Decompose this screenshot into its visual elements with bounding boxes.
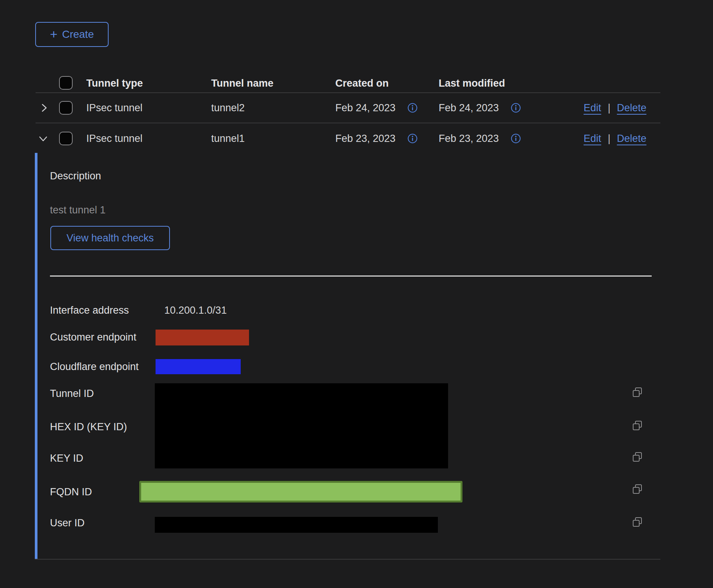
tunnel-type-cell: IPsec tunnel (86, 101, 143, 114)
select-all-checkbox[interactable] (59, 76, 73, 90)
field-label-interface-address: Interface address (50, 304, 129, 317)
field-label-tunnel-id: Tunnel ID (50, 387, 94, 400)
delete-link[interactable]: Delete (617, 132, 646, 145)
column-header-tunnel-type: Tunnel type (86, 77, 143, 90)
copy-key-id-button[interactable] (632, 451, 643, 463)
last-modified-cell: Feb 23, 2023 (439, 132, 499, 145)
redaction-customer-endpoint (156, 330, 249, 345)
panel-bottom-divider (35, 559, 660, 560)
last-modified-cell: Feb 24, 2023 (439, 101, 499, 114)
row-checkbox[interactable] (59, 132, 73, 145)
field-label-customer-endpoint: Customer endpoint (50, 331, 136, 344)
edit-link[interactable]: Edit (584, 101, 601, 114)
created-on-info-icon[interactable] (407, 103, 418, 113)
field-label-user-id: User ID (50, 516, 85, 529)
tunnel-type-cell: IPsec tunnel (86, 132, 143, 145)
copy-icon (632, 427, 643, 432)
copy-icon (632, 458, 643, 464)
field-label-hex-id: HEX ID (KEY ID) (50, 420, 127, 433)
action-separator: | (608, 132, 610, 145)
last-modified-info-icon[interactable] (511, 133, 521, 144)
tunnel-name-cell: tunnel1 (211, 132, 245, 145)
field-value-interface-address: 10.200.1.0/31 (164, 304, 227, 317)
copy-hex-id-button[interactable] (632, 420, 643, 431)
created-on-cell: Feb 24, 2023 (335, 101, 395, 114)
edit-link[interactable]: Edit (584, 132, 601, 145)
redaction-fqdn-id (139, 481, 462, 502)
copy-user-id-button[interactable] (632, 516, 643, 528)
field-label-fqdn-id: FQDN ID (50, 485, 92, 498)
field-label-cloudflare-endpoint: Cloudflare endpoint (50, 360, 139, 373)
create-button-label: Create (62, 28, 94, 40)
tunnels-page: + Create Tunnel type Tunnel name Created… (0, 0, 713, 588)
copy-icon (632, 523, 643, 529)
created-on-cell: Feb 23, 2023 (335, 132, 395, 145)
chevron-right-icon (39, 109, 49, 114)
collapse-row-button[interactable] (38, 133, 48, 144)
section-divider (50, 275, 652, 277)
copy-icon (632, 490, 643, 496)
delete-link[interactable]: Delete (617, 101, 646, 114)
create-button[interactable]: + Create (35, 22, 109, 47)
expand-row-button[interactable] (39, 103, 49, 113)
tunnel-name-cell: tunnel2 (211, 101, 245, 114)
created-on-info-icon[interactable] (407, 133, 418, 144)
column-header-last-modified: Last modified (439, 77, 505, 90)
description-label: Description (50, 170, 101, 182)
row-checkbox[interactable] (59, 101, 73, 115)
action-separator: | (608, 101, 610, 114)
plus-icon: + (50, 28, 58, 40)
description-value: test tunnel 1 (50, 204, 106, 216)
column-header-tunnel-name: Tunnel name (211, 77, 274, 90)
last-modified-info-icon[interactable] (511, 103, 521, 113)
copy-icon (632, 394, 643, 399)
redaction-tunnel-hex-key-ids (155, 383, 448, 468)
redaction-user-id (155, 517, 438, 533)
column-header-created-on: Created on (335, 77, 389, 90)
header-divider (36, 92, 660, 93)
redaction-cloudflare-endpoint (156, 359, 241, 374)
copy-fqdn-id-button[interactable] (632, 484, 643, 495)
expanded-panel-accent-border (35, 153, 37, 559)
field-label-key-id: KEY ID (50, 452, 83, 465)
row-divider (36, 123, 660, 123)
view-health-checks-button[interactable]: View health checks (50, 226, 170, 250)
chevron-down-icon (38, 139, 48, 145)
copy-tunnel-id-button[interactable] (632, 387, 643, 398)
